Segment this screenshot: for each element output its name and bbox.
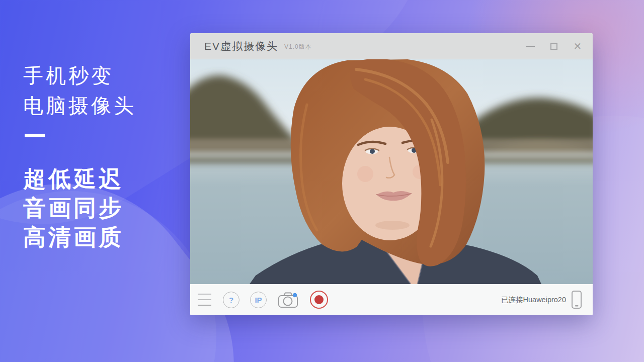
camera-preview-image — [190, 59, 593, 284]
minimize-button[interactable] — [525, 41, 535, 51]
close-icon: ✕ — [574, 41, 582, 51]
app-version: V1.0版本 — [284, 43, 312, 51]
hamburger-icon — [198, 294, 211, 295]
window-controls: ✕ — [525, 41, 583, 51]
record-dot-icon — [314, 295, 324, 304]
connection-status-text: 已连接Huaweipro20 — [501, 295, 566, 305]
hero-divider — [25, 134, 45, 137]
hero-headline-line1: 手机秒变 — [23, 60, 136, 90]
feature-line-latency: 超低延迟 — [23, 164, 136, 194]
camera-icon — [277, 291, 299, 308]
feature-line-sync: 音画同步 — [23, 194, 136, 223]
snapshot-button[interactable] — [277, 291, 299, 308]
camera-preview — [190, 59, 593, 284]
question-icon: ? — [229, 296, 233, 304]
minimize-icon — [526, 46, 535, 47]
menu-button[interactable] — [197, 292, 212, 308]
help-button[interactable]: ? — [223, 292, 239, 308]
maximize-button[interactable] — [549, 41, 559, 51]
ip-button[interactable]: IP — [250, 292, 267, 308]
hamburger-icon — [198, 305, 211, 306]
title-bar: EV虚拟摄像头 V1.0版本 ✕ — [190, 33, 593, 59]
connection-status: 已连接Huaweipro20 — [501, 290, 583, 310]
toolbar: ? IP 已连接Huaweipro20 — [190, 284, 593, 315]
close-button[interactable]: ✕ — [573, 41, 583, 51]
phone-icon — [571, 290, 583, 310]
feature-line-hd: 高清画质 — [23, 223, 136, 252]
maximize-icon — [550, 43, 557, 50]
app-window: EV虚拟摄像头 V1.0版本 ✕ — [190, 33, 593, 315]
hero-headline-line2: 电脑摄像头 — [23, 90, 136, 121]
record-button[interactable] — [310, 291, 328, 309]
hamburger-icon — [198, 299, 211, 300]
ip-icon: IP — [255, 296, 262, 304]
app-title: EV虚拟摄像头 — [204, 39, 278, 53]
hero-copy: 手机秒变 电脑摄像头 超低延迟 音画同步 高清画质 — [23, 60, 136, 252]
